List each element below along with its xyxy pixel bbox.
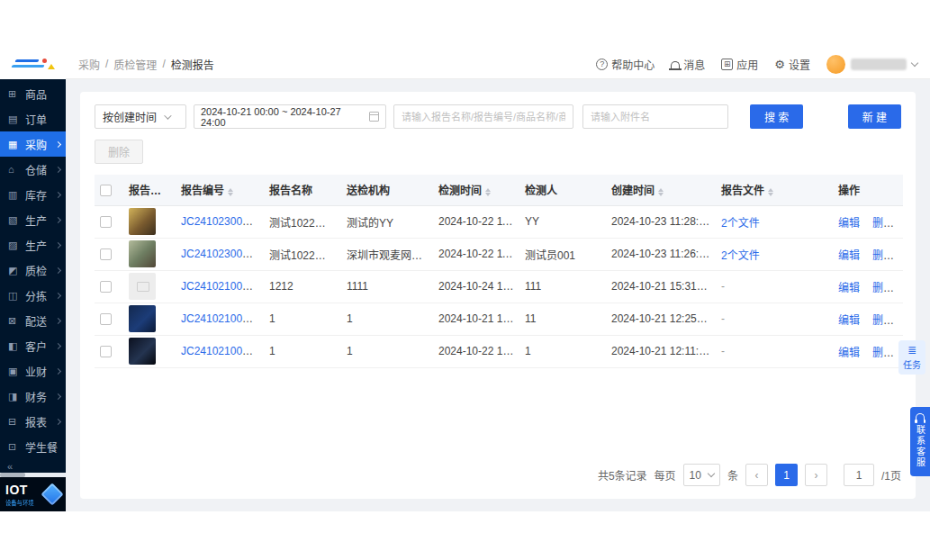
report-image[interactable] [129,305,156,332]
sort-icon[interactable] [485,188,491,196]
sidebar-item-production-1[interactable]: ▧生产 [0,207,66,232]
edit-link[interactable]: 编辑 [838,282,860,294]
create-button[interactable]: 新 建 [848,104,901,129]
iot-diamond-icon [41,483,63,505]
collapse-sidebar-button[interactable]: « [0,460,66,473]
current-page-button[interactable]: 1 [775,464,798,486]
edit-link[interactable]: 编辑 [838,347,860,359]
sidebar-item-purchase[interactable]: ▦采购 [0,131,66,157]
table-row: JC24102100001 1 1 2024-10-22 12:10:00 1 … [95,335,903,367]
cell-report-image [123,270,176,303]
sidebar-item-label: 配送 [25,313,47,329]
cell-test-time: 2024-10-21 10:24:00 [433,303,519,335]
avatar[interactable] [826,55,845,74]
prev-page-button[interactable]: ‹ [745,464,768,486]
report-image[interactable] [129,338,156,365]
column-test-time[interactable]: 检测时间 [433,175,519,205]
cell-report-image [123,238,176,270]
row-checkbox[interactable] [100,248,112,260]
sidebar-item-label: 分拣 [25,288,47,303]
report-no-link[interactable]: JC24102300006 [181,215,260,228]
production-icon: ▧ [8,214,21,226]
delete-link[interactable]: 删除 [872,282,894,294]
sidebar-item-business-finance[interactable]: ▣业财 [0,358,66,384]
row-checkbox[interactable] [100,216,112,228]
delete-link[interactable]: 删除 [872,314,894,327]
edit-link[interactable]: 编辑 [838,314,860,327]
attachment-name-input[interactable] [582,104,728,129]
help-center-button[interactable]: ? 帮助中心 [596,57,655,72]
date-range-input[interactable]: 2024-10-21 00:00 ~ 2024-10-27 24:00 [194,104,386,129]
chevron-right-icon [55,292,61,298]
report-no-link[interactable]: JC24102100001 [181,345,260,357]
breadcrumb-current: 检测报告 [171,57,214,72]
sidebar-item-delivery[interactable]: ⊠配送 [0,308,66,333]
next-page-button[interactable]: › [805,464,827,486]
sidebar-item-sorting[interactable]: ◫分拣 [0,283,66,308]
row-checkbox[interactable] [100,313,112,325]
breadcrumb-purchase[interactable]: 采购 [78,57,100,72]
settings-button[interactable]: ⚙ 设置 [774,57,810,72]
sidebar-item-label: 质检 [25,263,47,278]
delete-link[interactable]: 删除 [872,217,894,230]
files-link[interactable]: 2个文件 [721,217,760,230]
cell-tester: 1 [519,335,606,367]
breadcrumb-quality-mgmt[interactable]: 质检管理 [113,57,157,72]
chevron-right-icon [55,266,61,273]
search-button[interactable]: 搜 索 [750,104,803,129]
top-bar: 采购 / 质检管理 / 检测报告 ? 帮助中心 消息 [66,50,930,79]
files-link[interactable]: 2个文件 [721,249,760,262]
edit-link[interactable]: 编辑 [838,217,860,230]
app-logo[interactable] [0,50,66,79]
delivery-icon: ⊠ [8,315,21,327]
cell-report-files: - [716,303,833,335]
user-menu[interactable] [826,55,917,74]
horizontal-scrollbar[interactable] [0,473,66,477]
delete-selected-button[interactable]: 删除 [95,140,143,164]
report-image[interactable] [129,240,156,267]
row-checkbox[interactable] [100,281,112,293]
business-finance-icon: ▣ [8,366,21,377]
cell-created-time: 2024-10-23 11:26:32 [606,238,716,270]
messages-button[interactable]: 消息 [671,57,705,72]
sidebar-item-finance[interactable]: ◨财务 [0,384,66,409]
sidebar-item-quality[interactable]: ◩质检 [0,257,66,283]
sort-icon[interactable] [768,188,773,196]
scrollbar-thumb[interactable] [0,473,25,477]
report-no-link[interactable]: JC24102300005 [181,248,260,260]
keyword-input[interactable] [393,104,573,129]
report-image[interactable] [129,273,156,300]
delete-link[interactable]: 删除 [872,347,894,359]
report-no-link[interactable]: JC24102100005 [181,280,260,293]
time-type-select[interactable]: 按创建时间 [95,104,186,129]
sidebar-item-reports[interactable]: ⊟报表 [0,409,66,434]
sidebar-item-label: 财务 [25,389,47,404]
select-all-checkbox[interactable] [100,185,112,196]
sidebar-item-inventory[interactable]: ▥库存 [0,182,66,207]
sort-icon[interactable] [228,188,233,196]
column-report-files[interactable]: 报告文件 [716,175,833,205]
inventory-icon: ▥ [8,189,21,201]
report-image[interactable] [129,208,156,235]
row-checkbox[interactable] [100,346,112,357]
cell-inspection-org: 1 [341,303,433,335]
page-jump-input[interactable]: 1 [844,464,874,486]
sidebar-item-customers[interactable]: ◧客户 [0,333,66,358]
chevron-down-icon [708,470,715,477]
sidebar-item-student-meal[interactable]: ⊡学生餐 [0,434,66,459]
sidebar-item-production-2[interactable]: ▨生产 [0,232,66,257]
edit-link[interactable]: 编辑 [838,249,860,262]
column-created-time[interactable]: 创建时间 [606,175,716,205]
contact-service-floating-button[interactable]: 联系客服 [910,407,930,476]
sidebar-item-warehouse[interactable]: ⌂仓储 [0,157,66,182]
apps-button[interactable]: ⊞ 应用 [721,57,758,72]
main-pane: 采购 / 质检管理 / 检测报告 ? 帮助中心 消息 [66,50,930,511]
sidebar-item-orders[interactable]: ▤订单 [0,106,66,131]
sort-icon[interactable] [658,188,664,196]
sidebar-item-goods[interactable]: ⊞商品 [0,81,66,106]
delete-link[interactable]: 删除 [872,249,894,262]
report-no-link[interactable]: JC24102100003 [181,312,260,325]
column-report-no[interactable]: 报告编号 [176,175,264,205]
page-size-select[interactable]: 10 [683,464,720,486]
task-floating-button[interactable]: ≣ 任务 [898,340,925,375]
